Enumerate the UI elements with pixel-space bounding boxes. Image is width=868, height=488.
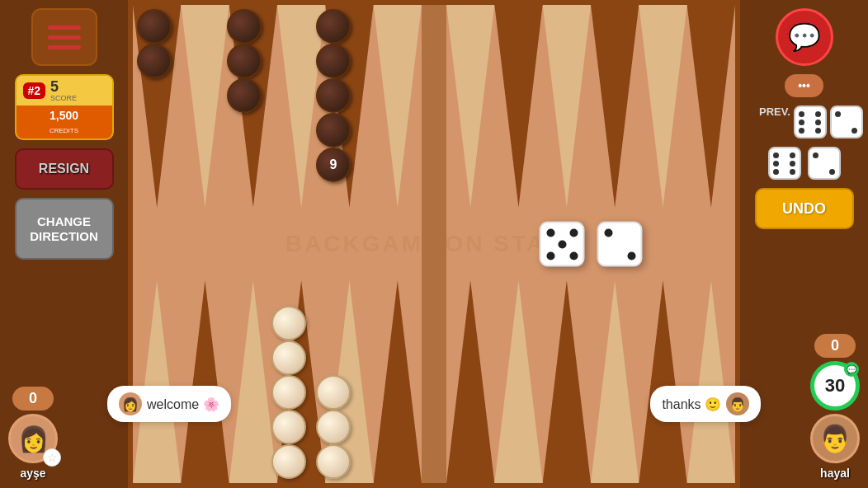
dot <box>569 228 578 237</box>
dot <box>546 228 554 237</box>
light-checker[interactable] <box>271 444 306 479</box>
dark-checker[interactable] <box>316 9 351 44</box>
checker-stack-3 <box>227 9 262 113</box>
undo-button[interactable]: UNDO <box>755 188 854 229</box>
chat-bubble-left: 👩 welcome 🌸 <box>107 386 231 422</box>
star-badge: ☆ <box>43 448 61 467</box>
triangle-b3 <box>229 280 277 483</box>
score-label: SCORE <box>50 94 77 102</box>
prev-die-2 <box>830 106 863 138</box>
prev-die-1 <box>794 106 827 138</box>
triangle-2 <box>181 5 229 208</box>
die-1 <box>540 222 585 267</box>
dark-checker[interactable] <box>316 78 351 113</box>
light-stack-bottom-2 <box>271 306 306 479</box>
light-checker[interactable] <box>316 375 351 410</box>
change-direction-button[interactable]: CHANGE DIRECTION <box>15 198 114 260</box>
board-dice-area <box>446 208 735 280</box>
dark-checker[interactable] <box>227 9 262 44</box>
triangle-rb6 <box>687 280 735 483</box>
triangle-r5 <box>639 5 686 208</box>
player-left-score: 0 <box>12 387 54 411</box>
player-right: 0 30 💬 👨 hayal <box>810 334 860 480</box>
triangle-rb3 <box>543 280 591 483</box>
current-dice-row <box>768 147 841 180</box>
chat-avatar-right: 👨 <box>726 392 749 415</box>
dice-container <box>540 222 643 267</box>
top-triangles-right <box>446 5 735 208</box>
menu-line-3 <box>48 45 81 49</box>
player-right-avatar[interactable]: 👨 <box>810 414 860 463</box>
score-number: 5 <box>50 79 77 94</box>
menu-line-2 <box>48 35 81 40</box>
triangle-r6 <box>687 5 735 208</box>
credits-value: 1,500 <box>50 109 78 122</box>
light-checker[interactable] <box>271 410 306 444</box>
dark-checker-num[interactable]: 9 <box>316 148 351 182</box>
board-divider <box>422 5 446 483</box>
chat-dot: 💬 <box>844 362 859 377</box>
chat-text-right: thanks 🙂 <box>662 396 721 412</box>
triangle-b6 <box>374 280 422 483</box>
triangle-6 <box>374 5 422 208</box>
chat-avatar-left: 👩 <box>119 392 142 415</box>
menu-line-1 <box>48 26 81 30</box>
triangle-r1 <box>446 5 494 208</box>
chat-text-left: welcome 🌸 <box>147 396 219 412</box>
dark-checker[interactable] <box>137 44 172 78</box>
current-die-2 <box>808 147 841 180</box>
checker-stack-5: 9 <box>316 9 351 182</box>
triangle-rb5 <box>639 280 686 483</box>
triangle-b2 <box>181 280 229 483</box>
light-checker[interactable] <box>271 306 306 340</box>
board-middle-left <box>133 208 422 280</box>
triangle-rb4 <box>591 280 639 483</box>
score-box: #2 5 SCORE 1,500 CREDITS <box>15 74 114 140</box>
timer-circle: 30 💬 <box>810 361 860 411</box>
light-checker[interactable] <box>271 340 306 375</box>
rank-badge: #2 <box>23 82 46 99</box>
triangle-r3 <box>543 5 591 208</box>
checker-stack-1 <box>137 9 172 78</box>
triangle-rb2 <box>494 280 542 483</box>
player-right-score: 0 <box>814 334 856 358</box>
credits-label: CREDITS <box>50 127 78 134</box>
light-checker[interactable] <box>316 410 351 444</box>
dark-checker[interactable] <box>316 44 351 78</box>
dark-checker[interactable] <box>137 9 172 44</box>
bottom-triangles-right <box>446 280 735 483</box>
chat-bubble-right: thanks 🙂 👨 <box>650 386 761 422</box>
chat-button[interactable]: 💬 <box>776 8 833 66</box>
current-die-1 <box>768 147 801 180</box>
triangle-r2 <box>494 5 542 208</box>
die-2 <box>597 222 643 267</box>
dark-checker[interactable] <box>316 113 351 148</box>
resign-button[interactable]: RESIGN <box>15 148 114 190</box>
dot <box>627 251 635 260</box>
player-left-name: ayşe <box>20 467 45 480</box>
prev-label: PREV. <box>759 106 790 118</box>
dark-checker[interactable] <box>227 78 262 113</box>
player-right-avatar-wrap: 30 💬 <box>810 361 860 411</box>
timer-value: 30 <box>825 375 845 396</box>
dot <box>558 240 566 248</box>
dot <box>569 251 578 260</box>
light-stack-bottom <box>316 375 351 479</box>
dot <box>604 228 612 237</box>
player-left: 0 👩 ☆ ayşe <box>8 387 58 480</box>
chat-icon: 💬 <box>788 21 821 53</box>
dot <box>546 251 554 260</box>
more-options-button[interactable]: ••• <box>785 74 823 97</box>
dark-checker[interactable] <box>227 44 262 78</box>
triangle-r4 <box>591 5 639 208</box>
player-left-avatar-wrap: 👩 ☆ <box>8 414 58 463</box>
light-checker[interactable] <box>271 375 306 410</box>
light-checker[interactable] <box>316 444 351 479</box>
menu-button[interactable] <box>31 8 97 66</box>
top-triangles-left <box>133 5 422 208</box>
credits-row: 1,500 CREDITS <box>17 106 112 138</box>
triangle-rb1 <box>446 280 494 483</box>
player-right-name: hayal <box>820 467 850 480</box>
triangle-b1 <box>133 280 181 483</box>
